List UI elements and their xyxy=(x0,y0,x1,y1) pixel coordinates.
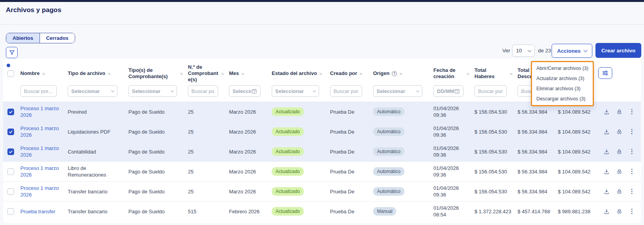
file-name-link[interactable]: Proceso 1 marzo 2026 xyxy=(20,185,59,198)
sort-icon[interactable]: ↑↓ xyxy=(42,71,45,76)
col-estado[interactable]: Estado del archivo↑↓ xyxy=(272,59,330,84)
sort-icon[interactable]: ↑↓ xyxy=(319,71,322,76)
kebab-menu-icon[interactable]: ⋮ xyxy=(629,109,635,115)
lock-button[interactable] xyxy=(616,129,622,135)
page-size-select[interactable]: 10 xyxy=(512,45,535,57)
cell-total-haberes: $ 1.372.228.423 xyxy=(474,202,518,221)
file-name-link[interactable]: Proceso 1 marzo 2026 xyxy=(20,125,59,138)
row-checkbox[interactable] xyxy=(7,148,14,155)
filter-select-estado[interactable]: Seleccionar xyxy=(272,85,319,97)
col-origen[interactable]: Origen?↑↓ xyxy=(373,59,433,84)
cell-tipo-archivo: Contabilidad xyxy=(68,142,128,162)
filter-select-origen[interactable]: Seleccionar xyxy=(373,85,422,97)
cell-nombre: Proceso 1 marzo 2026 xyxy=(20,142,68,162)
cell-nombre: Proceso 1 marzo 2026 xyxy=(20,102,68,122)
tab-cerrados[interactable]: Cerrados xyxy=(40,33,75,43)
table-row: Proceso 1 marzo 2026 Liquidaciones PDF P… xyxy=(3,122,641,142)
sort-icon[interactable]: ↑↓ xyxy=(510,71,512,76)
col-mes[interactable]: Mes↑↓ xyxy=(229,59,272,84)
filter-input-total-haberes[interactable] xyxy=(474,85,507,97)
download-button[interactable] xyxy=(603,188,610,195)
menu-item-abrir-cerrar[interactable]: Abrir/Cerrar archivos (3) xyxy=(532,63,593,73)
row-checkbox[interactable] xyxy=(7,129,14,135)
filter-select-tipos-comprobante[interactable]: Seleccionar xyxy=(128,85,177,97)
sort-icon[interactable]: ↑↓ xyxy=(108,71,110,76)
cell-total-pagos: $ 104.089.542 xyxy=(558,162,601,182)
download-button[interactable] xyxy=(603,109,610,115)
file-name-link[interactable]: Proceso 1 marzo 2026 xyxy=(20,165,59,178)
tab-abiertos[interactable]: Abiertos xyxy=(6,33,40,43)
row-checkbox[interactable] xyxy=(7,188,14,195)
cell-creado-por: Prueba De xyxy=(330,122,373,142)
archivos-y-pagos-page: Archivos y pagos Abiertos Cerrados Ver 1… xyxy=(0,0,644,225)
menu-item-actualizar[interactable]: Actualizar archivos (3) xyxy=(532,73,593,84)
status-badge: Actualizado xyxy=(272,187,304,196)
cell-fecha-creacion: 01/04/2026 09:36 xyxy=(433,142,474,162)
filter-input-creado-por[interactable] xyxy=(330,85,362,97)
filter-button[interactable] xyxy=(6,47,18,58)
filter-date-fecha-creacion[interactable]: DD/MM/AAAA xyxy=(433,85,464,97)
download-button[interactable] xyxy=(603,168,610,175)
kebab-menu-icon[interactable]: ⋮ xyxy=(629,188,635,195)
cell-fecha-creacion: 01/04/2026 09:36 xyxy=(433,122,474,142)
sort-icon[interactable]: ↑↓ xyxy=(180,71,183,76)
select-all-checkbox[interactable] xyxy=(7,70,14,77)
sort-icon[interactable]: ↑↓ xyxy=(399,71,402,76)
col-num-comprobantes[interactable]: N.º de Comprobante(s)↑↓ xyxy=(188,59,229,84)
lock-icon xyxy=(616,208,622,214)
cell-fecha-creacion: 01/04/2026 08:54 xyxy=(433,202,474,221)
lock-button[interactable] xyxy=(616,168,622,175)
filter-date-mes[interactable]: Seleccionar xyxy=(229,85,261,97)
kebab-menu-icon[interactable]: ⋮ xyxy=(629,148,635,155)
cell-actions: ⋮ xyxy=(601,122,641,142)
kebab-menu-icon[interactable]: ⋮ xyxy=(629,208,635,214)
file-name-link[interactable]: Proceso 1 marzo 2026 xyxy=(20,145,59,158)
lock-button[interactable] xyxy=(616,109,622,115)
sort-icon[interactable]: ↑↓ xyxy=(467,71,469,76)
col-fecha-creacion[interactable]: Fecha de creación↑↓ xyxy=(433,59,474,84)
sort-icon[interactable]: ↑↓ xyxy=(359,71,362,76)
cell-estado: Actualizado xyxy=(272,162,330,182)
menu-item-eliminar[interactable]: Eliminar archivos (3) xyxy=(532,84,593,94)
kebab-menu-icon[interactable]: ⋮ xyxy=(629,168,635,175)
sort-icon[interactable]: ↑↓ xyxy=(221,71,224,76)
filter-input-num-comprobantes[interactable] xyxy=(188,85,218,97)
filter-input-nombre[interactable] xyxy=(20,85,57,97)
download-button[interactable] xyxy=(603,148,610,155)
download-button[interactable] xyxy=(603,129,610,135)
help-icon[interactable]: ? xyxy=(392,71,397,76)
cell-tipo-archivo: Transfer bancario xyxy=(68,182,128,202)
filter-select-tipo-archivo[interactable]: Seleccionar xyxy=(68,85,117,97)
col-tipos-comprobante[interactable]: Tipo(s) de Comprobante(s)↑↓ xyxy=(128,59,188,84)
menu-item-descargar[interactable]: Descargar archivos (3) xyxy=(532,94,593,104)
col-creado-por[interactable]: Creado por↑↓ xyxy=(330,59,373,84)
file-name-link[interactable]: Prueba transfer xyxy=(20,209,56,214)
cell-mes: Marzo 2026 xyxy=(229,182,272,202)
acciones-button[interactable]: Acciones xyxy=(552,44,592,58)
row-checkbox[interactable] xyxy=(7,109,14,115)
total-count-label: de 23 xyxy=(538,48,551,54)
sort-icon[interactable]: ↑↓ xyxy=(241,71,244,76)
lock-button[interactable] xyxy=(616,148,622,155)
cell-nombre: Prueba transfer xyxy=(20,202,68,221)
download-button[interactable] xyxy=(603,208,610,215)
lock-button[interactable] xyxy=(616,188,622,195)
crear-archivo-button[interactable]: Crear archivo xyxy=(595,43,641,58)
lock-button[interactable] xyxy=(616,208,622,214)
col-tipo-archivo[interactable]: Tipo de archivo↑↓ xyxy=(68,59,128,84)
kebab-menu-icon[interactable]: ⋮ xyxy=(629,129,635,135)
cell-tipos-comprobante: Pago de Sueldo xyxy=(128,142,188,162)
lock-icon xyxy=(616,188,622,195)
row-checkbox[interactable] xyxy=(7,168,14,175)
status-badge: Actualizado xyxy=(272,107,304,116)
col-total-haberes[interactable]: Total Haberes↑↓ xyxy=(474,59,518,84)
cell-num-comprobantes: 25 xyxy=(188,142,229,162)
cell-actions: ⋮ xyxy=(601,102,641,122)
sliders-icon xyxy=(602,70,608,76)
col-nombre[interactable]: Nombre↑↓ xyxy=(20,59,68,84)
column-settings-button[interactable] xyxy=(598,67,612,79)
header-divider xyxy=(0,24,644,25)
cell-num-comprobantes: 25 xyxy=(188,102,229,122)
row-checkbox[interactable] xyxy=(7,208,14,215)
file-name-link[interactable]: Proceso 1 marzo 2026 xyxy=(20,105,59,118)
